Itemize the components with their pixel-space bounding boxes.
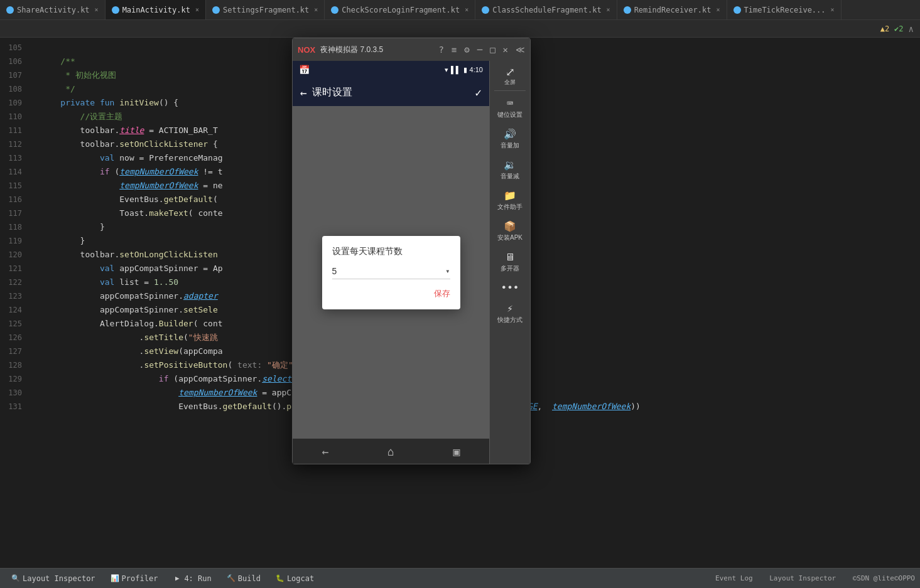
keyboard-icon: ⌨ [507,97,513,109]
build-icon: 🔨 [227,574,235,583]
battery-icon: ▮ [463,66,467,74]
status-icons: ▾ ▌▌ ▮ 4:10 [445,66,483,74]
sidebar-volume-up-button[interactable]: 🔊 音量加 [491,124,529,154]
logcat-icon: 🐛 [276,574,284,583]
phone-date-icon: 📅 [299,65,310,75]
sidebar-volume-down-button[interactable]: 🔉 音量减 [491,155,529,184]
tab-timetickreceive[interactable]: TimeTickReceive... × [727,0,842,20]
phone-statusbar: 📅 ▾ ▌▌ ▮ 4:10 [293,61,489,78]
warning-badge: ▲2 [880,24,889,33]
dialog-box: 设置每天课程节数 5 ▾ 保存 [322,236,460,309]
sidebar-fileassist-button[interactable]: 📁 文件助手 [491,186,529,215]
nox-sidebar: ⤢ 全屏 ⌨ 键位设置 🔊 音量加 🔉 音量减 📁 文件助手 📦 [489,61,530,464]
nox-restore-icon[interactable]: □ [490,45,495,55]
fullscreen-expand-icon[interactable]: ⤢ [506,65,515,78]
volume-up-label: 音量加 [501,141,519,150]
tab-icon-timetickreceive [733,6,741,14]
nox-back-chevron-icon[interactable]: ≪ [516,45,525,55]
nox-phone: 📅 ▾ ▌▌ ▮ 4:10 ← 课时设置 ✓ 设置每天课程节数 [293,61,489,464]
sidebar-installapk-button[interactable]: 📦 安装APK [491,216,529,246]
nox-logo: NOX [298,45,315,55]
more-icon: ••• [501,282,519,294]
nox-window: NOX 夜神模拟器 7.0.3.5 ? ≡ ⚙ ─ □ ✕ ≪ 📅 ▾ ▌▌ ▮… [292,38,531,464]
sidebar-keyboard-button[interactable]: ⌨ 键位设置 [491,94,529,123]
bottom-bar: 🔍 Layout Inspector 📊 Profiler ▶ 4: Run 🔨… [0,568,920,588]
tab-close-mainactivity[interactable]: × [195,6,199,13]
phone-nav-home-button[interactable]: ⌂ [387,445,394,458]
nox-settings-icon[interactable]: ⚙ [464,45,469,55]
nox-title-icons: ? ≡ ⚙ ─ □ ✕ ≪ [438,45,525,55]
copyright-label: ©SDN @lite©OPPO [853,574,915,582]
volume-down-label: 音量减 [501,172,519,181]
phone-nav-recent-button[interactable]: ▣ [453,445,460,458]
tab-close-shareactivity[interactable]: × [95,6,99,13]
bottom-right: Event Log Layout Inspector ©SDN @lite©OP… [715,574,915,582]
tab-mainactivity[interactable]: MainActivity.kt × [106,0,206,20]
run-tab[interactable]: ▶ 4: Run [166,572,217,585]
tab-icon-mainactivity [112,6,119,14]
dialog-select-row[interactable]: 5 ▾ [332,266,450,279]
profiler-tab[interactable]: 📊 Profiler [104,572,165,585]
dialog-save-button[interactable]: 保存 [434,288,450,299]
volume-up-icon: 🔊 [504,128,516,140]
tab-close-checkscoreloginfragment[interactable]: × [465,6,468,13]
tab-close-remindreceiver[interactable]: × [716,6,720,13]
dialog-select-value: 5 [332,266,446,276]
nox-menu-icon[interactable]: ≡ [452,45,457,55]
phone-back-button[interactable]: ← [300,86,307,99]
wifi-icon: ▾ [445,66,448,74]
nox-titlebar: NOX 夜神模拟器 7.0.3.5 ? ≡ ⚙ ─ □ ✕ ≪ [293,38,530,61]
profiler-icon: 📊 [111,574,119,583]
dropdown-arrow-icon: ▾ [445,267,450,275]
keyboard-label: 键位设置 [497,110,522,119]
file-assist-icon: 📁 [504,190,516,201]
tab-remindreceiver[interactable]: RemindReceiver.kt × [617,0,727,20]
shortcut-icon: ⚡ [507,302,513,314]
nox-close-icon[interactable]: ✕ [503,45,508,55]
signal-icon: ▌▌ [451,66,461,73]
check-badge: ✔2 [894,24,903,33]
tab-settingsfragment[interactable]: SettingsFragment.kt × [206,0,325,20]
nox-screen: 📅 ▾ ▌▌ ▮ 4:10 ← 课时设置 ✓ 设置每天课程节数 [293,61,530,464]
install-apk-icon: 📦 [504,220,516,232]
tab-close-settingsfragment[interactable]: × [314,6,318,13]
tab-checkscoreloginfragment[interactable]: CheckScoreLoginFragment.kt × [325,0,475,20]
expand-icon[interactable]: ∧ [909,24,914,34]
phone-navbar: ← ⌂ ▣ [293,439,489,464]
top-toolbar: ▲2 ✔2 ∧ [0,20,920,38]
dialog-title: 设置每天课程节数 [332,246,450,257]
phone-toolbar-title: 课时设置 [312,86,470,99]
install-apk-label: 安装APK [497,233,522,242]
sidebar-multiopen-button[interactable]: 🖥 多开器 [491,247,529,277]
time-display: 4:10 [470,66,483,73]
tab-classschedulefragment[interactable]: ClassScheduleFragment.kt × [475,0,617,20]
nox-sidebar-top: ⤢ 全屏 [504,64,516,88]
tab-icon-remindreceiver [624,6,631,14]
nox-minimize-icon[interactable]: ─ [477,45,482,55]
nox-help-icon[interactable]: ? [438,45,443,55]
build-tab[interactable]: 🔨 Build [220,572,267,585]
shortcut-label: 快捷方式 [497,316,522,324]
tab-close-timetickreceive[interactable]: × [831,6,835,13]
layout-inspector-tab[interactable]: 🔍 Layout Inspector [5,572,102,585]
layout-inspector-icon: 🔍 [11,574,20,583]
event-log-label[interactable]: Event Log [715,574,753,582]
logcat-tab[interactable]: 🐛 Logcat [269,572,320,585]
phone-content: 设置每天课程节数 5 ▾ 保存 [293,106,489,439]
sidebar-divider-1 [494,90,526,91]
tab-icon-classschedulefragment [482,6,489,14]
tab-close-classschedulefragment[interactable]: × [607,6,610,13]
tab-icon-shareactivity [6,6,14,14]
layout-inspector-right-label[interactable]: Layout Inspector [769,574,836,582]
tab-shareactivity[interactable]: ShareActivity.kt × [0,0,106,20]
phone-toolbar-check[interactable]: ✓ [475,86,482,99]
fullscreen-label: 全屏 [504,78,516,87]
dialog-actions: 保存 [332,288,450,299]
sidebar-shortcut-button[interactable]: ⚡ 快捷方式 [491,299,529,328]
multi-open-label: 多开器 [501,264,519,273]
multi-open-icon: 🖥 [505,251,515,263]
phone-nav-back-button[interactable]: ← [322,445,329,458]
sidebar-more-button[interactable]: ••• [491,278,529,297]
volume-down-icon: 🔉 [504,159,516,171]
tab-icon-settingsfragment [212,6,220,14]
